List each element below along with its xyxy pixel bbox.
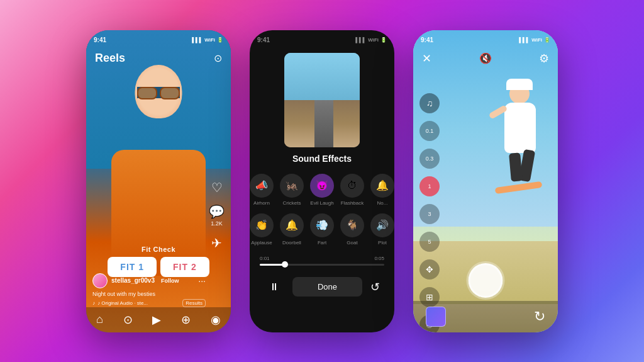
signal-icon2: ▌▌▌: [355, 37, 366, 43]
road: [314, 100, 333, 147]
sound-item-goat[interactable]: 🐐 Goat: [340, 213, 364, 246]
no-label: No...: [377, 200, 388, 206]
replay-button[interactable]: ↺: [370, 280, 380, 294]
progress-track[interactable]: [260, 264, 384, 266]
caption: Night out with my besties: [92, 291, 206, 297]
move-tool[interactable]: ✥: [419, 259, 440, 280]
flip-camera-button[interactable]: ↻: [534, 308, 545, 325]
like-button[interactable]: ♡: [211, 180, 223, 195]
replay-icon: ↺: [370, 281, 380, 293]
reels-nav-icon[interactable]: ▶: [152, 313, 161, 327]
airhorn-label: Airhorn: [253, 200, 270, 206]
settings-button[interactable]: ⚙: [539, 52, 549, 65]
shop-nav-icon[interactable]: ⊕: [181, 313, 191, 327]
no-icon: 🔔: [370, 174, 394, 198]
home-nav-icon[interactable]: ⌂: [96, 313, 103, 326]
sound-item-evil-laugh[interactable]: 😈 Evil Laugh: [310, 174, 334, 206]
flashback-icon: ⏱: [340, 174, 364, 198]
applause-label: Applause: [251, 240, 272, 246]
wifi-icon2: WiFi: [368, 37, 379, 43]
airhorn-icon: 📣: [250, 174, 274, 198]
comment-icon: 💬: [209, 205, 225, 218]
mute-icon[interactable]: 🔇: [479, 52, 492, 64]
skateboarder: [489, 74, 545, 213]
phone1-time: 9:41: [94, 37, 106, 43]
camera-icon[interactable]: ⊙: [214, 52, 222, 64]
crickets-label: Crickets: [283, 200, 301, 206]
terrain-area: [284, 100, 360, 147]
progress-end: 0:05: [374, 256, 384, 261]
phone-sound-effects: 9:41 ▌▌▌ WiFi 🔋 Sound Effects 📣 Airhorn …: [250, 30, 394, 332]
fit-check-label: Fit Check: [86, 246, 231, 253]
done-button[interactable]: Done: [292, 277, 362, 297]
results-label[interactable]: Results: [182, 299, 206, 307]
sound-item-no[interactable]: 🔔 No...: [370, 174, 394, 206]
sound-item-crickets[interactable]: 🦗 Crickets: [280, 174, 304, 206]
sound-effects-title: Sound Effects: [250, 154, 394, 164]
phone3-status-icons: ▌▌▌ WiFi 🔋: [519, 37, 550, 43]
speed-1-tool[interactable]: 1: [419, 176, 440, 196]
phone1-header: Reels ⊙: [86, 48, 231, 69]
phone3-time: 9:41: [421, 37, 433, 43]
music-tool[interactable]: ♫: [419, 93, 440, 113]
audio-label: ♪ Original Audio · ste...: [97, 300, 148, 306]
heart-icon: ♡: [211, 181, 223, 195]
progress-times: 0:01 0:05: [260, 256, 384, 261]
fart-label: Fart: [318, 240, 326, 246]
battery-icon2: 🔋: [380, 37, 387, 43]
sound-item-plot[interactable]: 🔊 Plot: [370, 213, 394, 246]
pause-icon: ⏸: [269, 281, 279, 293]
user-info: stellas_gr00v3 Follow ··· Night out with…: [92, 273, 206, 307]
skater-hat: [506, 79, 533, 90]
sound-item-applause[interactable]: 👏 Applause: [250, 213, 274, 246]
sound-item-doorbell[interactable]: 🔔 Doorbell: [280, 213, 304, 246]
camera-shutter[interactable]: [469, 263, 503, 298]
reels-title: Reels: [95, 52, 125, 65]
follow-button[interactable]: Follow: [161, 278, 179, 284]
speed-5-tool[interactable]: 5: [419, 232, 440, 252]
search-nav-icon[interactable]: ⊙: [123, 313, 133, 327]
doorbell-label: Doorbell: [282, 240, 301, 246]
phone2-progress[interactable]: 0:01 0:05: [250, 251, 394, 271]
phone2-controls: ⏸ Done ↺: [250, 271, 394, 303]
phone3-header: ✕ 🔇 ⚙: [413, 48, 558, 69]
music-note-icon: ♪: [92, 300, 95, 306]
video-bg: [284, 53, 360, 147]
fart-icon: 💨: [310, 213, 334, 237]
evil-laugh-label: Evil Laugh: [310, 200, 333, 206]
phone1-status-bar: 9:41 ▌▌▌ WiFi 🔋: [86, 30, 231, 48]
signal-icon: ▌▌▌: [192, 37, 203, 43]
video-preview: [284, 53, 360, 147]
crickets-icon: 🦗: [280, 174, 304, 198]
speed-03-tool[interactable]: 0.3: [419, 149, 440, 169]
phone-camera: 9:41 ▌▌▌ WiFi 🔋 ✕ 🔇 ⚙ ♫ 0.1 0.3 1 3 5: [413, 30, 558, 332]
skater-body: [504, 103, 536, 153]
wifi-icon: WiFi: [204, 37, 215, 43]
phone1-side-icons: ♡ 💬 1.2K ✈: [209, 180, 225, 251]
sound-item-flashback[interactable]: ⏱ Flashback: [340, 174, 364, 206]
plot-label: Plot: [378, 240, 387, 246]
comment-count: 1.2K: [209, 220, 225, 227]
pause-button[interactable]: ⏸: [264, 277, 284, 297]
speed-3-tool[interactable]: 3: [419, 204, 440, 224]
user-row: stellas_gr00v3 Follow ···: [92, 273, 206, 288]
phone3-status-bar: 9:41 ▌▌▌ WiFi 🔋: [413, 30, 558, 48]
close-button[interactable]: ✕: [422, 52, 431, 65]
sound-item-airhorn[interactable]: 📣 Airhorn: [250, 174, 274, 206]
sound-item-fart[interactable]: 💨 Fart: [310, 213, 334, 246]
battery-icon: 🔋: [217, 37, 223, 43]
signal-icon3: ▌▌▌: [519, 37, 530, 43]
flashback-label: Flashback: [341, 200, 364, 206]
progress-start: 0:01: [260, 256, 270, 261]
comment-button[interactable]: 💬 1.2K: [209, 204, 225, 227]
username[interactable]: stellas_gr00v3: [111, 277, 155, 284]
phone2-status-bar: 9:41 ▌▌▌ WiFi 🔋: [250, 30, 394, 48]
more-button[interactable]: ···: [198, 276, 206, 286]
gallery-thumbnail[interactable]: [426, 307, 446, 327]
profile-nav-icon[interactable]: ◉: [211, 313, 221, 327]
doorbell-icon: 🔔: [280, 213, 304, 237]
user-avatar: [92, 273, 108, 288]
speed-01-tool[interactable]: 0.1: [419, 121, 440, 141]
phone3-tools: ♫ 0.1 0.3 1 3 5 ✥ ⊞ ⏱: [419, 93, 440, 332]
audio-row: ♪ ♪ Original Audio · ste... Results: [92, 299, 206, 307]
